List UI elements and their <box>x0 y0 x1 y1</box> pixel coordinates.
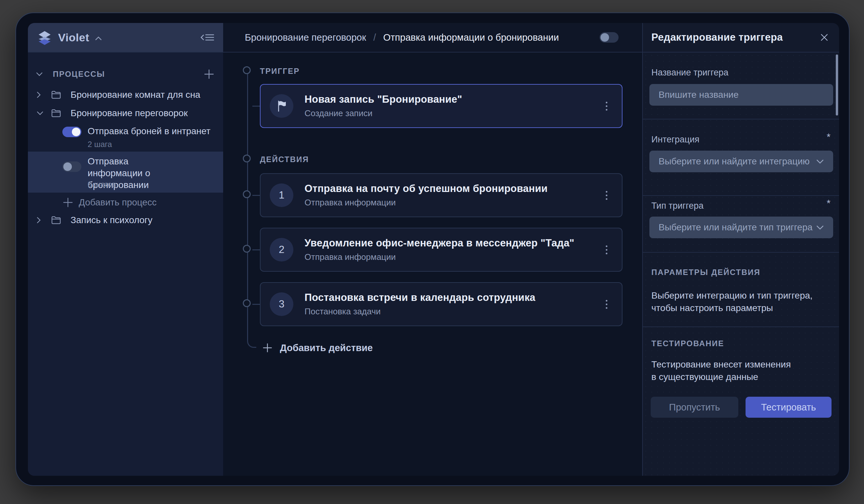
action-card-1[interactable]: 1 Отправка на почту об успешном брониров… <box>260 173 623 217</box>
divider <box>643 195 839 196</box>
trigger-card[interactable]: Новая запись "Бронирование" Создание зап… <box>260 84 623 128</box>
chevron-down-icon <box>36 111 44 116</box>
action-number-badge: 2 <box>270 238 293 262</box>
trigger-type-select-placeholder: Выберите или найдите тип триггера <box>659 222 813 233</box>
sidebar-item-process-intranet[interactable]: Отправка броней в интранет 2 шага <box>28 120 223 152</box>
process-enabled-toggle[interactable] <box>600 32 619 43</box>
folder-icon <box>51 90 61 99</box>
trigger-type-select[interactable]: Выберите или найдите тип триггера <box>649 217 833 238</box>
breadcrumb-separator: / <box>373 32 376 43</box>
connector-tick <box>252 106 260 107</box>
action-2-node-circle <box>243 245 251 253</box>
brand-caret-up-icon[interactable] <box>95 36 103 41</box>
trigger-card-title: Новая запись "Бронирование" <box>304 94 462 105</box>
flag-icon <box>270 94 293 118</box>
process-toggle-off[interactable] <box>62 161 81 172</box>
add-process-button[interactable]: Добавить процесс <box>28 194 223 211</box>
folder-label: Запись к психологу <box>71 215 153 225</box>
process-steps-count: 2 шага <box>88 140 112 149</box>
action-card-subtitle: Отправка информации <box>304 197 548 208</box>
processes-section-label: ПРОЦЕССЫ <box>53 70 105 79</box>
action-card-subtitle: Отправка информации <box>304 252 574 262</box>
breadcrumb-current: Отправка информации о бронировании <box>383 32 559 43</box>
trigger-edit-panel: Редактирование триггера Название триггер… <box>642 23 839 476</box>
sidebar-item-folder-meeting-rooms[interactable]: Бронирование переговорок <box>28 104 223 122</box>
brand-logo-layers-icon <box>37 30 52 45</box>
trigger-name-label: Название триггера <box>651 68 729 78</box>
required-marker: * <box>827 197 830 209</box>
chevron-right-icon <box>36 91 41 98</box>
skip-button[interactable]: Пропустить <box>651 397 738 418</box>
breadcrumb-parent[interactable]: Бронирование переговорок <box>245 32 366 43</box>
chevron-down-icon <box>816 225 824 230</box>
panel-title: Редактирование триггера <box>651 32 783 43</box>
folder-label: Бронирование комнат для сна <box>71 89 200 100</box>
action-1-node-circle <box>243 190 251 198</box>
connector-tick <box>252 304 260 305</box>
integration-select[interactable]: Выберите или найдите интеграцию <box>649 151 833 172</box>
workflow-canvas: Бронирование переговорок / Отправка инфо… <box>223 23 642 476</box>
toggle-knob <box>72 128 80 136</box>
kebab-menu-icon[interactable] <box>602 297 611 312</box>
folder-icon <box>51 216 61 225</box>
folder-label: Бронирование переговорок <box>71 108 188 118</box>
panel-scrollbar-thumb[interactable] <box>836 55 838 116</box>
toggle-knob <box>600 33 609 42</box>
action-number-badge: 3 <box>270 292 293 316</box>
action-card-3[interactable]: 3 Постановка встречи в календарь сотрудн… <box>260 282 623 326</box>
kebab-menu-icon[interactable] <box>602 98 611 114</box>
panel-header: Редактирование триггера <box>643 23 839 52</box>
add-action-button[interactable]: Добавить действие <box>262 339 373 357</box>
add-process-label: Добавить процесс <box>79 197 157 208</box>
kebab-menu-icon[interactable] <box>602 242 611 257</box>
process-toggle-on[interactable] <box>62 127 81 137</box>
trigger-name-input[interactable] <box>649 84 833 106</box>
action-number-badge: 1 <box>270 183 293 207</box>
plus-icon <box>262 343 273 353</box>
processes-section-row[interactable]: ПРОЦЕССЫ <box>28 65 223 83</box>
chevron-right-icon <box>36 217 41 224</box>
process-steps-count: 0 шагов <box>88 180 116 189</box>
chevron-down-icon <box>36 72 43 76</box>
add-action-label: Добавить действие <box>280 343 373 353</box>
divider <box>643 119 839 119</box>
sidebar-item-folder-sleep-rooms[interactable]: Бронирование комнат для сна <box>28 86 223 104</box>
trigger-type-label: Тип триггера <box>651 201 704 211</box>
sidebar: Violet ПРОЦЕССЫ <box>28 23 223 476</box>
trigger-section-label: ТРИГГЕР <box>260 67 300 76</box>
chevron-down-icon <box>816 159 824 164</box>
sidebar-item-folder-psychologist[interactable]: Запись к психологу <box>28 211 223 229</box>
action-card-texts: Постановка встречи в календарь сотрудник… <box>304 292 536 317</box>
sidebar-header: Violet <box>28 23 223 52</box>
action-params-section-title: ПАРАМЕТРЫ ДЕЙСТВИЯ <box>651 268 760 277</box>
brand-name: Violet <box>58 31 89 44</box>
trigger-node-circle <box>243 66 251 74</box>
add-process-plus-icon[interactable] <box>203 69 215 80</box>
required-marker: * <box>827 131 830 142</box>
workflow-area: ТРИГГЕР Новая запись "Бронирование" Созд… <box>223 52 642 476</box>
app-window: Violet ПРОЦЕССЫ <box>15 12 850 486</box>
page: { "app": { "brand": "Violet" }, "sidebar… <box>0 0 864 504</box>
sidebar-collapse-icon[interactable] <box>200 33 215 42</box>
toggle-knob <box>63 163 72 171</box>
action-3-node-circle <box>243 299 251 307</box>
actions-section-label: ДЕЙСТВИЯ <box>260 155 309 164</box>
testing-section-title: ТЕСТИРОВАНИЕ <box>651 339 724 348</box>
close-icon[interactable] <box>819 33 829 42</box>
test-button[interactable]: Тестировать <box>745 397 831 418</box>
action-params-hint: Выберите интеграцию и тип триггера, чтоб… <box>651 289 813 314</box>
kebab-menu-icon[interactable] <box>602 188 611 203</box>
breadcrumb-bar: Бронирование переговорок / Отправка инфо… <box>223 23 642 52</box>
action-card-texts: Отправка на почту об успешном бронирован… <box>304 183 548 208</box>
sidebar-item-process-booking-info-selected[interactable]: Отправка информации о бронировании 0 шаг… <box>28 152 223 193</box>
action-card-texts: Уведомление офис-менеджера в мессенджер … <box>304 237 574 262</box>
connector-tick <box>252 249 260 250</box>
testing-hint: Тестирование внесет изменения в существу… <box>651 358 791 383</box>
plus-icon <box>62 197 73 208</box>
panel-body: Название триггера Интеграция * Выберите … <box>643 52 839 476</box>
actions-node-circle <box>243 155 251 163</box>
action-card-2[interactable]: 2 Уведомление офис-менеджера в мессендже… <box>260 228 623 272</box>
divider <box>643 252 839 253</box>
folder-icon <box>51 109 61 118</box>
action-card-title: Уведомление офис-менеджера в мессенджер … <box>304 237 574 249</box>
